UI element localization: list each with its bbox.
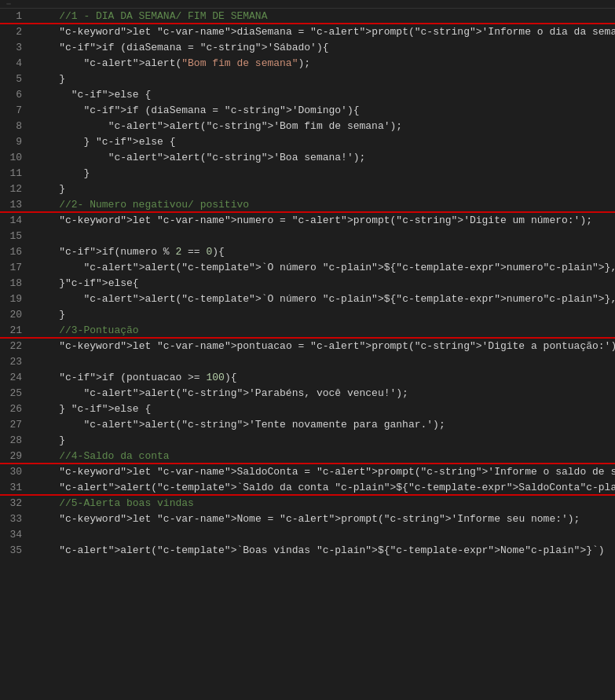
line-content: "c-keyword">let "c-var-name">diaSemana =…: [31, 24, 615, 40]
line-content: }"c-if">else{: [31, 276, 615, 291]
line-number: 33: [0, 511, 31, 527]
code-line: 21 //3-Pontuação: [0, 323, 615, 339]
line-content: "c-alert">alert("c-string">'Bom fim de s…: [31, 119, 615, 134]
code-line: 10 "c-alert">alert("c-string">'Boa seman…: [0, 150, 615, 166]
line-number: 20: [0, 307, 31, 323]
title-bar: [0, 0, 615, 9]
line-content: }: [31, 71, 615, 87]
line-number: 15: [0, 229, 31, 244]
line-number: 18: [0, 276, 31, 291]
line-content: "c-if">if(numero % 2 == 0){: [31, 244, 615, 260]
code-line: 29 //4-Saldo da conta: [0, 449, 615, 464]
line-content: }: [31, 307, 615, 323]
line-content: [31, 354, 615, 370]
code-line: 12 }: [0, 181, 615, 197]
line-content: [31, 527, 615, 543]
code-line: 32 //5-Alerta boas vindas: [0, 496, 615, 511]
line-number: 13: [0, 197, 31, 213]
line-content: }: [31, 166, 615, 181]
line-number: 14: [0, 213, 31, 229]
code-line: 22 "c-keyword">let "c-var-name">pontuaca…: [0, 339, 615, 354]
code-line: 7 "c-if">if (diaSemana = "c-string">'Dom…: [0, 103, 615, 119]
line-content: "c-alert">alert("c-template">`Boas vinda…: [31, 543, 615, 559]
code-line: 25 "c-alert">alert("c-string">'Parabéns,…: [0, 386, 615, 401]
line-number: 22: [0, 339, 31, 354]
code-line: 33 "c-keyword">let "c-var-name">Nome = "…: [0, 511, 615, 527]
line-content: "c-alert">alert("c-template">`O número "…: [31, 260, 615, 276]
code-line: 16 "c-if">if(numero % 2 == 0){: [0, 244, 615, 260]
line-content: "c-alert">alert("Bom fim de semana");: [31, 56, 615, 71]
code-line: 6 "c-if">else {: [0, 87, 615, 103]
js-file-icon: [6, 3, 11, 5]
code-line: 13 //2- Numero negativou/ positivo: [0, 197, 615, 213]
line-number: 27: [0, 417, 31, 433]
line-number: 23: [0, 354, 31, 370]
code-line: 20 }: [0, 307, 615, 323]
line-content: //3-Pontuação: [31, 323, 615, 339]
code-line: 2 "c-keyword">let "c-var-name">diaSemana…: [0, 24, 615, 40]
code-line: 23: [0, 354, 615, 370]
code-line: 24 "c-if">if (pontuacao >= 100){: [0, 370, 615, 386]
line-content: //1 - DIA DA SEMANA/ FIM DE SEMANA: [31, 9, 615, 24]
code-line: 4 "c-alert">alert("Bom fim de semana");: [0, 56, 615, 71]
code-line: 5 }: [0, 71, 615, 87]
line-number: 19: [0, 291, 31, 307]
code-line: 35 "c-alert">alert("c-template">`Boas vi…: [0, 543, 615, 559]
line-content: //5-Alerta boas vindas: [31, 496, 615, 511]
line-content: } "c-if">else {: [31, 401, 615, 417]
line-number: 29: [0, 449, 31, 464]
line-number: 21: [0, 323, 31, 339]
line-number: 4: [0, 56, 31, 71]
code-line: 8 "c-alert">alert("c-string">'Bom fim de…: [0, 119, 615, 134]
code-line: 15: [0, 229, 615, 244]
line-number: 17: [0, 260, 31, 276]
line-number: 6: [0, 87, 31, 103]
code-line: 34: [0, 527, 615, 543]
code-line: 1 //1 - DIA DA SEMANA/ FIM DE SEMANA: [0, 9, 615, 24]
code-line: 3 "c-if">if (diaSemana = "c-string">'Sáb…: [0, 40, 615, 56]
line-number: 5: [0, 71, 31, 87]
line-number: 26: [0, 401, 31, 417]
line-content: [31, 229, 615, 244]
line-number: 35: [0, 543, 31, 559]
code-line: 19 "c-alert">alert("c-template">`O númer…: [0, 291, 615, 307]
line-content: }: [31, 181, 615, 197]
line-number: 24: [0, 370, 31, 386]
line-content: "c-alert">alert("c-string">'Tente novame…: [31, 417, 615, 433]
code-line: 17 "c-alert">alert("c-template">`O númer…: [0, 260, 615, 276]
line-content: "c-if">if (diaSemana = "c-string">'Domin…: [31, 103, 615, 119]
code-line: 31 "c-alert">alert("c-template">`Saldo d…: [0, 480, 615, 496]
code-line: 14 "c-keyword">let "c-var-name">numero =…: [0, 213, 615, 229]
line-number: 7: [0, 103, 31, 119]
line-content: "c-keyword">let "c-var-name">pontuacao =…: [31, 339, 615, 354]
line-content: "c-if">if (diaSemana = "c-string">'Sábad…: [31, 40, 615, 56]
line-content: "c-if">else {: [31, 87, 615, 103]
code-editor: 1 //1 - DIA DA SEMANA/ FIM DE SEMANA2 "c…: [0, 9, 615, 559]
code-line: 18 }"c-if">else{: [0, 276, 615, 291]
line-content: "c-alert">alert("c-string">'Parabéns, vo…: [31, 386, 615, 401]
line-content: //4-Saldo da conta: [31, 449, 615, 464]
line-content: "c-keyword">let "c-var-name">Nome = "c-a…: [31, 511, 615, 527]
line-content: //2- Numero negativou/ positivo: [31, 197, 615, 213]
code-line: 26 } "c-if">else {: [0, 401, 615, 417]
code-line: 28 }: [0, 433, 615, 449]
line-number: 2: [0, 24, 31, 40]
code-line: 27 "c-alert">alert("c-string">'Tente nov…: [0, 417, 615, 433]
line-content: }: [31, 433, 615, 449]
line-number: 25: [0, 386, 31, 401]
line-content: "c-alert">alert("c-template">`O número "…: [31, 291, 615, 307]
line-number: 34: [0, 527, 31, 543]
line-content: "c-keyword">let "c-var-name">SaldoConta …: [31, 464, 615, 480]
line-number: 8: [0, 119, 31, 134]
code-line: 9 } "c-if">else {: [0, 134, 615, 150]
line-number: 9: [0, 134, 31, 150]
line-number: 16: [0, 244, 31, 260]
line-number: 32: [0, 496, 31, 511]
line-number: 10: [0, 150, 31, 166]
line-content: "c-alert">alert("c-string">'Boa semana!'…: [31, 150, 615, 166]
line-content: } "c-if">else {: [31, 134, 615, 150]
line-number: 31: [0, 480, 31, 496]
line-number: 28: [0, 433, 31, 449]
line-number: 3: [0, 40, 31, 56]
line-number: 1: [0, 9, 31, 24]
